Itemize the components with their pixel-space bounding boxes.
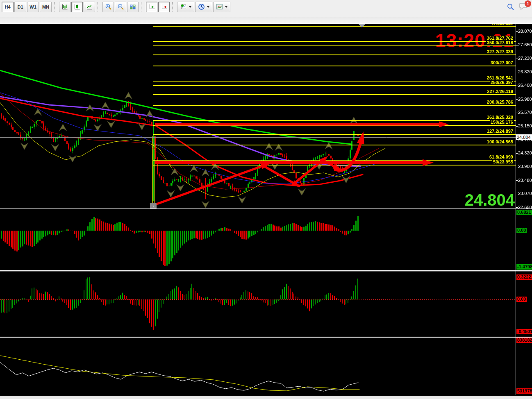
- search-icon[interactable]: [507, 3, 515, 11]
- toolbar-grip: [54, 2, 57, 12]
- oscillator-1-value-badge: 0.6821: [516, 210, 532, 215]
- current-price-axis-box: 24.804: [516, 134, 532, 140]
- price-tick-label: 27.230: [518, 56, 532, 61]
- add-indicator-button[interactable]: [177, 2, 194, 12]
- bar-chart-button[interactable]: [59, 2, 70, 12]
- line-chart-button[interactable]: [84, 2, 95, 12]
- panel-separator: [0, 395, 532, 395]
- panel-separator[interactable]: [0, 210, 532, 210]
- clock-icon: [198, 3, 205, 10]
- template-icon: [216, 4, 223, 10]
- fib-level-label[interactable]: 100.0/24.565: [486, 139, 514, 145]
- chart-window: 13:20:21 24.804 400/28.220361.8/27.76235…: [0, 0, 532, 399]
- price-tick-label: 27.650: [518, 42, 532, 48]
- chart-border: [0, 23, 532, 24]
- zoom-out-button[interactable]: [115, 2, 126, 12]
- toolbar-grip: [98, 2, 100, 12]
- fib-level-label[interactable]: 150/25.176: [490, 120, 514, 125]
- axis-divider: [516, 23, 516, 395]
- price-tick-label: 22.650: [518, 205, 532, 210]
- toolbar-substrip: [0, 17, 532, 23]
- oscillator-1-value-badge: 0.00: [516, 228, 527, 233]
- auto-scroll-button[interactable]: [146, 2, 157, 12]
- tile-windows-icon: [130, 4, 136, 10]
- notification-badge: 1: [525, 0, 531, 7]
- price-tick-label: 24.320: [518, 150, 532, 156]
- timeframe-group: H4D1W1MN: [2, 2, 52, 12]
- dropdown-caret-icon: [225, 6, 227, 9]
- fib-level-label[interactable]: 327.2/27.339: [486, 49, 514, 54]
- panel-separator[interactable]: [0, 270, 532, 271]
- oscillator-1-value-badge: -1.4798: [516, 264, 532, 270]
- timeframe-button-w1[interactable]: W1: [27, 2, 39, 12]
- candlestick-chart-button[interactable]: [71, 2, 83, 12]
- price-tick-label: 25.150: [518, 123, 532, 129]
- window-bottom-edge: [0, 396, 532, 399]
- price-tick-label: 23.480: [518, 178, 532, 183]
- fib-level-label[interactable]: 350.0/27.618: [486, 40, 514, 45]
- fib-level-label[interactable]: 250/26.397: [490, 80, 514, 85]
- panel-separator[interactable]: [0, 337, 532, 338]
- price-tick-label: 23.900: [518, 164, 532, 169]
- fib-level-label[interactable]: 127.2/24.897: [486, 129, 514, 134]
- oscillator-2-value-badge: 0.32221: [516, 274, 532, 280]
- price-tick-label: 25.570: [518, 110, 532, 115]
- candlestick-icon: [74, 4, 80, 10]
- chart-shift-button[interactable]: [158, 2, 170, 12]
- timeframe-button-h4[interactable]: H4: [2, 2, 14, 12]
- panel-separator[interactable]: [0, 272, 532, 272]
- price-tick-label: 28.070: [518, 29, 532, 34]
- price-tick-label: 23.070: [518, 191, 532, 196]
- line-chart-icon: [86, 4, 93, 10]
- fib-level-label[interactable]: 227.2/26.118: [486, 89, 514, 94]
- price-tick-label: 25.980: [518, 97, 532, 102]
- zoom-in-button[interactable]: [102, 2, 114, 12]
- tile-windows-button[interactable]: [127, 2, 139, 12]
- oscillator-2-value-badge: -0.45018: [516, 329, 532, 334]
- panel-separator[interactable]: [0, 336, 532, 336]
- oscillator-2-value-badge: 0.00: [516, 297, 527, 302]
- toolbar: H4D1W1MN: [0, 0, 532, 17]
- periods-button[interactable]: [195, 2, 212, 12]
- notifications-button[interactable]: 1: [519, 2, 530, 12]
- chart-canvas[interactable]: [0, 0, 532, 399]
- auto-scroll-icon: [148, 4, 155, 10]
- toolbar-grip: [141, 2, 143, 12]
- fib-level-label[interactable]: 300/27.007: [490, 60, 514, 66]
- add-indicator-icon: [180, 3, 187, 10]
- template-button[interactable]: [213, 2, 230, 12]
- panel-separator[interactable]: [0, 209, 532, 209]
- volume-panel-value-badge: 838182: [516, 338, 532, 343]
- timeframe-button-d1[interactable]: D1: [14, 2, 26, 12]
- current-price-display: 24.804: [465, 191, 515, 209]
- fib-level-label[interactable]: 50/23.955: [492, 159, 514, 165]
- volume-panel-value-badge: 531978: [516, 388, 532, 394]
- zoom-in-icon: [105, 3, 112, 10]
- zoom-out-icon: [117, 3, 124, 10]
- toolbar-grip: [172, 2, 175, 12]
- price-tick-label: 26.820: [518, 69, 532, 75]
- dropdown-caret-icon: [189, 6, 191, 9]
- timeframe-button-mn[interactable]: MN: [40, 2, 52, 12]
- bar-chart-icon: [61, 4, 68, 10]
- fib-level-label[interactable]: 200.0/25.786: [486, 100, 514, 105]
- chart-shift-icon: [161, 4, 168, 10]
- dropdown-caret-icon: [207, 6, 209, 9]
- price-tick-label: 26.400: [518, 83, 532, 88]
